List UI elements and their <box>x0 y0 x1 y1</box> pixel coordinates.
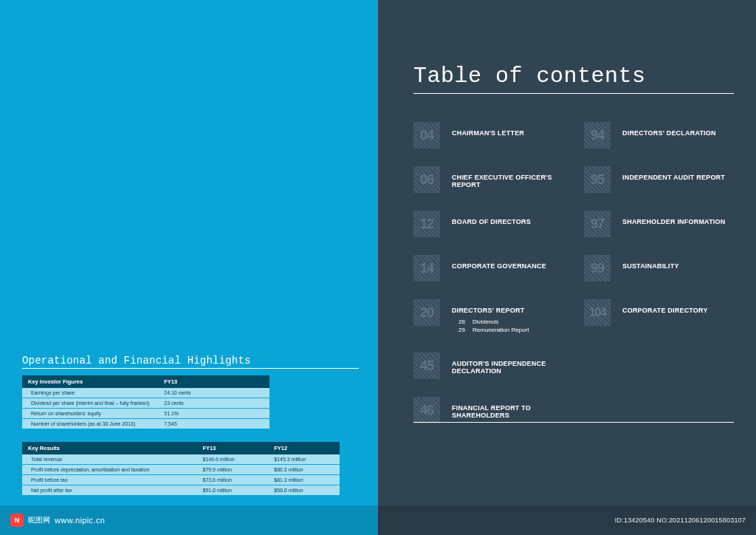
sub-page: 29 <box>452 327 465 333</box>
toc-text: DIRECTORS' DECLARATION <box>622 122 716 137</box>
cell: Profit before depreciation, amortisation… <box>22 465 197 475</box>
page-number-box: 97 <box>584 211 611 237</box>
table: Key Investor Figures FY13 Earnings per s… <box>22 375 269 429</box>
horizontal-rule <box>22 368 359 369</box>
cell: $81.3 million <box>268 475 340 485</box>
toc-text: CORPORATE DIRECTORY <box>622 299 708 314</box>
sub-label: Remuneration Report <box>472 327 529 333</box>
table-row: Net profit after tax$51.0 million$58.0 m… <box>22 485 340 496</box>
cell: $145.3 million <box>268 454 340 465</box>
table-row: Earnings per share24.10 cents <box>22 388 269 398</box>
cell: Profit before tax <box>22 475 197 485</box>
toc-columns: 04CHAIRMAN'S LETTER06CHIEF EXECUTIVE OFF… <box>413 122 734 441</box>
toc-item[interactable]: 97SHAREHOLDER INFORMATION <box>584 211 734 237</box>
table: Key Results FY13 FY12 Total revenue$146.… <box>22 442 340 496</box>
toc-text: INDEPENDENT AUDIT REPORT <box>622 166 725 181</box>
cell: 24.10 cents <box>158 388 269 398</box>
toc-text: SHAREHOLDER INFORMATION <box>622 211 725 225</box>
toc-item[interactable]: 04CHAIRMAN'S LETTER <box>413 122 563 149</box>
toc-label: SHAREHOLDER INFORMATION <box>622 218 725 225</box>
right-page: Table of contents 04CHAIRMAN'S LETTER06C… <box>378 0 756 535</box>
cell: Total revenue <box>22 454 197 465</box>
toc-text: CHIEF EXECUTIVE OFFICER'S REPORT <box>452 166 563 188</box>
cell: 7,545 <box>158 419 269 429</box>
table-row: Profit before tax$73.6 million$81.3 mill… <box>22 475 340 485</box>
toc-column-left: 04CHAIRMAN'S LETTER06CHIEF EXECUTIVE OFF… <box>413 122 563 441</box>
toc-label: INDEPENDENT AUDIT REPORT <box>622 174 725 181</box>
toc-item[interactable]: 45AUDITOR'S INDEPENDENCE DECLARATION <box>413 352 563 379</box>
site-url: www.nipic.cn <box>55 516 105 525</box>
toc-item[interactable]: 06CHIEF EXECUTIVE OFFICER'S REPORT <box>413 166 563 193</box>
toc-item[interactable]: 104CORPORATE DIRECTORY <box>584 299 734 326</box>
toc-label: CHIEF EXECUTIVE OFFICER'S REPORT <box>452 174 563 188</box>
cell: $73.6 million <box>197 475 269 485</box>
toc-title: Table of contents <box>413 64 734 89</box>
toc-text: DIRECTORS' REPORT28Dividends29Remunerati… <box>452 299 529 335</box>
horizontal-rule <box>413 93 734 94</box>
toc-item[interactable]: 94DIRECTORS' DECLARATION <box>584 122 734 149</box>
toc-item[interactable]: 20DIRECTORS' REPORT28Dividends29Remunera… <box>413 299 563 335</box>
sub-label: Dividends <box>472 318 498 325</box>
table-investor-figures: Key Investor Figures FY13 Earnings per s… <box>22 375 269 429</box>
toc-item[interactable]: 99SUSTAINABILITY <box>584 255 734 282</box>
cell: Net profit after tax <box>22 485 197 496</box>
left-page: Operational and Financial Highlights Key… <box>0 0 378 535</box>
cell: Number of shareholders (as at 30 June 20… <box>22 419 158 429</box>
toc-label: DIRECTORS' DECLARATION <box>622 129 716 137</box>
cell: Dividend per share (interim and final – … <box>22 398 158 409</box>
table-row: Number of shareholders (as at 30 June 20… <box>22 419 269 429</box>
col-header: FY13 <box>197 442 269 454</box>
toc-text: FINANCIAL REPORT TO SHAREHOLDERS <box>452 397 563 419</box>
toc-subitem[interactable]: 28Dividends <box>452 318 529 325</box>
page-number-box: 45 <box>413 352 440 379</box>
toc-text: SUSTAINABILITY <box>622 255 679 270</box>
watermark-footer: N 昵图网 www.nipic.cn ID:13420540 NO:202112… <box>0 505 756 535</box>
watermark-brand: N 昵图网 www.nipic.cn <box>10 514 105 527</box>
toc-label: SUSTAINABILITY <box>622 262 679 270</box>
horizontal-rule <box>413 422 734 423</box>
logo-icon: N <box>10 514 24 527</box>
toc-label: FINANCIAL REPORT TO SHAREHOLDERS <box>452 404 563 419</box>
toc-label: DIRECTORS' REPORT <box>452 307 529 314</box>
page-number-box: 104 <box>584 299 611 326</box>
table-row: Profit before depreciation, amortisation… <box>22 465 340 475</box>
table-row: Return on shareholders' equity51.1% <box>22 409 269 419</box>
toc-item[interactable]: 95INDEPENDENT AUDIT REPORT <box>584 166 734 193</box>
toc-text: AUDITOR'S INDEPENDENCE DECLARATION <box>452 352 563 375</box>
page-number-box: 94 <box>584 122 611 149</box>
toc-column-right: 94DIRECTORS' DECLARATION95INDEPENDENT AU… <box>584 122 734 441</box>
page-number-box: 20 <box>413 299 440 326</box>
col-header: FY13 <box>158 375 269 388</box>
cell: $58.0 million <box>268 485 340 496</box>
table-key-results: Key Results FY13 FY12 Total revenue$146.… <box>22 442 340 496</box>
section-title: Operational and Financial Highlights <box>22 355 359 367</box>
cell: Return on shareholders' equity <box>22 409 158 419</box>
page-number-box: 99 <box>584 255 611 282</box>
cell: 23 cents <box>158 398 269 409</box>
cell: $79.9 million <box>197 465 269 475</box>
col-header: FY12 <box>268 442 340 454</box>
toc-text: CHAIRMAN'S LETTER <box>452 122 524 137</box>
col-header: Key Investor Figures <box>22 375 158 388</box>
table-row: Total revenue$146.6 million$145.3 millio… <box>22 454 340 465</box>
toc-text: CORPORATE GOVERNANCE <box>452 255 546 270</box>
cell: 51.1% <box>158 409 269 419</box>
toc-sublist: 28Dividends29Remuneration Report <box>452 318 529 333</box>
toc-item[interactable]: 14CORPORATE GOVERNANCE <box>413 255 563 282</box>
cell: $146.6 million <box>197 454 269 465</box>
toc-label: AUDITOR'S INDEPENDENCE DECLARATION <box>452 360 563 375</box>
toc-label: CORPORATE GOVERNANCE <box>452 262 546 270</box>
page-number-box: 04 <box>413 122 440 149</box>
toc-label: CORPORATE DIRECTORY <box>622 307 708 314</box>
toc-item[interactable]: 12BOARD OF DIRECTORS <box>413 211 563 237</box>
watermark-meta: ID:13420540 NO:20211206120015803107 <box>615 517 746 524</box>
toc-subitem[interactable]: 29Remuneration Report <box>452 327 529 333</box>
brand-text: 昵图网 <box>28 515 50 525</box>
page-number-box: 14 <box>413 255 440 282</box>
toc-label: BOARD OF DIRECTORS <box>452 218 531 225</box>
page-number-box: 46 <box>413 397 440 423</box>
sub-page: 28 <box>452 318 465 325</box>
cell: $51.0 million <box>197 485 269 496</box>
toc-item[interactable]: 46FINANCIAL REPORT TO SHAREHOLDERS <box>413 397 563 423</box>
page-spread: Operational and Financial Highlights Key… <box>0 0 756 535</box>
